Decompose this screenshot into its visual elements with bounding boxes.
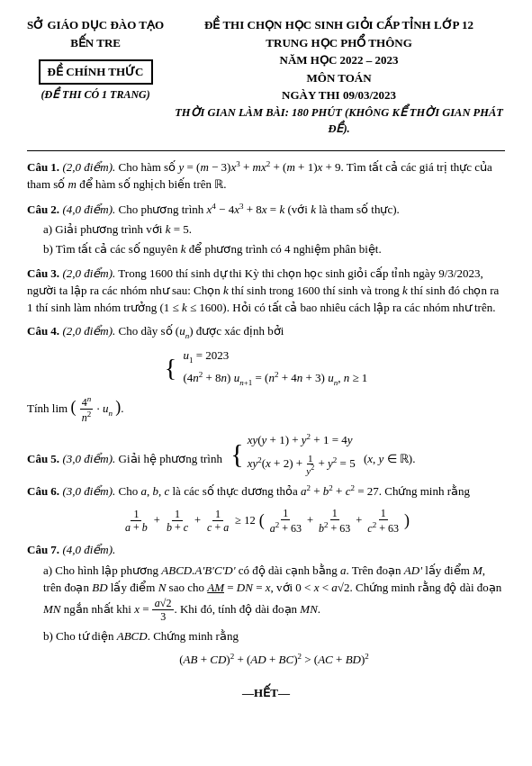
header: SỞ GIÁO DỤC ĐÀO TẠO BẾN TRE ĐỀ CHÍNH THỨ… xyxy=(27,16,505,145)
footer-end: —HẾT— xyxy=(27,685,505,702)
page-content: SỞ GIÁO DỤC ĐÀO TẠO BẾN TRE ĐỀ CHÍNH THỨ… xyxy=(27,16,505,702)
q6-points: (3,0 điểm). xyxy=(62,485,115,499)
q4-label: Câu 4. xyxy=(27,324,59,338)
dept-line1: SỞ GIÁO DỤC ĐÀO TẠO xyxy=(27,16,164,34)
q2-a: a) Giải phương trình với k = 5. xyxy=(43,221,505,239)
q4-points: (2,0 điểm). xyxy=(62,324,115,338)
question-4: Câu 4. (2,0 điểm). Cho dãy số (un) được … xyxy=(27,323,505,424)
q6-label: Câu 6. xyxy=(27,485,59,499)
questions-section: Câu 1. (2,0 điểm). Cho hàm số y = (m − 3… xyxy=(27,158,505,669)
q1-points: (2,0 điểm). xyxy=(62,160,115,174)
subject: Môn Toán xyxy=(173,69,505,87)
dept-line2: BẾN TRE xyxy=(27,34,164,52)
q7-b-ineq: (AB + CD)2 + (AD + BC)2 > (AC + BD)2 xyxy=(43,651,505,669)
q7-b: b) Cho tứ diện ABCD. Chứng minh rằng (AB… xyxy=(43,628,505,669)
question-6: Câu 6. (3,0 điểm). Cho a, b, c là các số… xyxy=(27,482,505,535)
q2-label: Câu 2. xyxy=(27,203,59,216)
header-divider xyxy=(27,150,505,151)
official-note: (Đề thi có 1 trang) xyxy=(27,86,164,103)
school-year: NĂM HỌC 2022 – 2023 xyxy=(173,51,505,69)
question-2: Câu 2. (4,0 điểm). Cho phương trình x4 −… xyxy=(27,201,505,258)
q7-points: (4,0 điểm). xyxy=(62,543,115,556)
question-5: Câu 5. (3,0 điểm). Giải hệ phương trình … xyxy=(27,431,505,475)
exam-title-2: TRUNG HỌC PHỔ THÔNG xyxy=(173,34,505,52)
q4-lim-display: Tính lim ( 4n n2 · un ). xyxy=(27,394,505,425)
q6-inequality: 1 a + b + 1 b + c + 1 c + a ≥ 12 ( 1 a2 … xyxy=(27,507,505,536)
official-label: ĐỀ CHÍNH THỨC xyxy=(39,59,153,85)
question-7: Câu 7. (4,0 điểm). a) Cho hình lập phươn… xyxy=(27,542,505,668)
q4-system: { u1 = 2023 (4n2 + 8n) un+1 = (n2 + 4n +… xyxy=(27,347,505,389)
exam-date: Ngày thi 09/03/2023 xyxy=(173,86,505,104)
q5-points: (3,0 điểm). xyxy=(62,452,115,465)
q1-label: Câu 1. xyxy=(27,160,59,174)
header-right: ĐỀ THI CHỌN HỌC SINH GIỎI CẤP TỈNH LỚP 1… xyxy=(173,16,505,145)
q2-points: (4,0 điểm). xyxy=(62,203,115,216)
q2-b: b) Tìm tất cả các số nguyên k để phương … xyxy=(43,241,505,258)
q3-label: Câu 3. xyxy=(27,266,59,280)
q5-label: Câu 5. xyxy=(27,452,59,465)
q7-a: a) Cho hình lập phương ABCD.A'B'C'D' có … xyxy=(43,563,505,623)
q3-points: (2,0 điểm). xyxy=(62,266,115,280)
question-3: Câu 3. (2,0 điểm). Trong 1600 thí sinh d… xyxy=(27,266,505,317)
exam-title-1: ĐỀ THI CHỌN HỌC SINH GIỎI CẤP TỈNH LỚP 1… xyxy=(173,16,505,34)
question-1: Câu 1. (2,0 điểm). Cho hàm số y = (m − 3… xyxy=(27,158,505,194)
header-left: SỞ GIÁO DỤC ĐÀO TẠO BẾN TRE ĐỀ CHÍNH THỨ… xyxy=(27,16,164,103)
exam-time: Thời gian làm bài: 180 phút (không kể th… xyxy=(173,104,505,139)
q7-label: Câu 7. xyxy=(27,543,59,556)
